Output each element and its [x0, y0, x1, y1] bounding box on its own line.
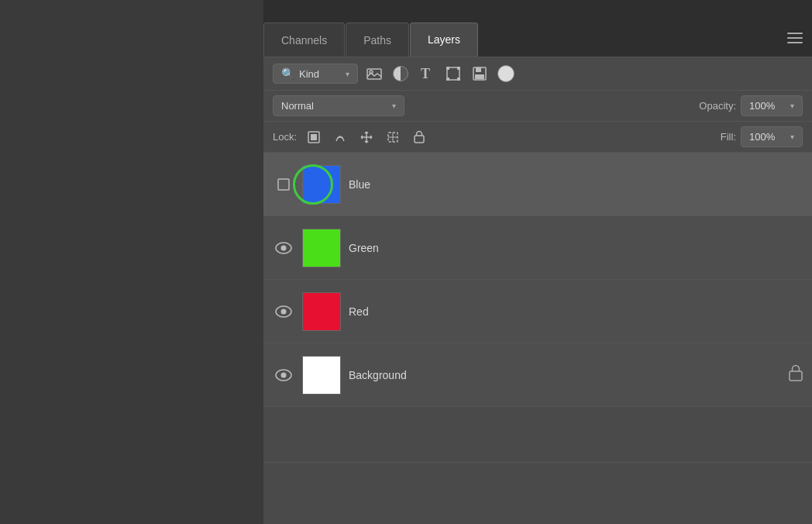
- kind-dropdown[interactable]: 🔍 Kind ▾: [273, 64, 358, 84]
- opacity-label: Opacity:: [699, 100, 736, 112]
- svg-point-20: [281, 245, 287, 250]
- svg-rect-17: [415, 136, 424, 143]
- tab-paths[interactable]: Paths: [346, 22, 409, 57]
- svg-rect-8: [457, 67, 460, 70]
- lock-lock-icon[interactable]: [410, 128, 428, 147]
- lock-label: Lock:: [273, 131, 297, 143]
- opacity-dropdown[interactable]: 100% ▾: [741, 95, 803, 116]
- svg-rect-9: [446, 78, 449, 81]
- lock-paint-icon[interactable]: [331, 128, 349, 147]
- svg-point-24: [281, 372, 287, 377]
- layer-thumb-red: [302, 292, 341, 331]
- opacity-value: 100%: [749, 100, 775, 112]
- visibility-icon-red[interactable]: [273, 301, 294, 322]
- layer-thumb-blue: [302, 165, 341, 204]
- layer-name-background: Background: [349, 369, 781, 381]
- fill-value: 100%: [749, 131, 775, 143]
- white-circle-icon[interactable]: [497, 65, 514, 82]
- blend-dropdown-arrow: ▾: [392, 102, 396, 110]
- right-panel: Channels Paths Layers 🔍 Kind ▾: [263, 0, 812, 524]
- svg-rect-13: [475, 74, 484, 79]
- blend-mode-value: Normal: [281, 100, 314, 112]
- lock-move-icon[interactable]: [357, 128, 376, 147]
- layers-list: Blue Green Red: [263, 153, 812, 462]
- svg-text:T: T: [421, 67, 430, 81]
- image-filter-icon[interactable]: [364, 64, 384, 84]
- search-icon: 🔍: [281, 67, 294, 80]
- type-icon[interactable]: T: [417, 64, 437, 84]
- svg-rect-15: [311, 134, 317, 140]
- fill-group: Fill: 100% ▾: [721, 126, 803, 147]
- fill-dropdown-arrow: ▾: [790, 133, 794, 141]
- layer-lock-icon: [789, 364, 803, 385]
- kind-dropdown-arrow: ▾: [346, 70, 349, 78]
- svg-rect-18: [278, 179, 289, 190]
- blend-mode-dropdown[interactable]: Normal ▾: [273, 95, 404, 116]
- transform-icon[interactable]: [443, 64, 463, 84]
- layer-item-blue[interactable]: Blue: [263, 153, 812, 216]
- svg-rect-2: [787, 42, 803, 43]
- svg-rect-1: [787, 37, 803, 39]
- lock-pixels-icon[interactable]: [304, 128, 323, 147]
- tab-bar: Channels Paths Layers: [263, 0, 812, 57]
- layer-thumb-background: [302, 356, 341, 395]
- svg-point-22: [281, 309, 287, 314]
- blend-opacity-row: Normal ▾ Opacity: 100% ▾: [263, 91, 812, 122]
- visibility-icon-background[interactable]: [273, 364, 294, 386]
- lock-fill-row: Lock:: [263, 122, 812, 153]
- svg-rect-12: [476, 67, 481, 72]
- layer-name-blue: Blue: [349, 178, 803, 191]
- opacity-group: Opacity: 100% ▾: [699, 95, 803, 116]
- layer-item-green[interactable]: Green: [263, 216, 812, 280]
- svg-rect-25: [790, 371, 802, 381]
- kind-toolbar-row: 🔍 Kind ▾ T: [263, 57, 812, 91]
- visibility-icon-green[interactable]: [273, 237, 294, 259]
- save-icon[interactable]: [470, 64, 490, 84]
- layer-name-green: Green: [349, 242, 803, 254]
- opacity-dropdown-arrow: ▾: [790, 102, 794, 110]
- svg-rect-0: [787, 33, 803, 34]
- layer-item-background[interactable]: Background: [263, 343, 812, 407]
- left-panel: [0, 0, 263, 524]
- panel-menu-button[interactable]: [784, 27, 806, 49]
- eye-placeholder: [273, 174, 294, 195]
- circle-half-icon[interactable]: [391, 64, 411, 84]
- layer-item-red[interactable]: Red: [263, 280, 812, 343]
- fill-dropdown[interactable]: 100% ▾: [741, 126, 803, 147]
- kind-label: Kind: [299, 68, 319, 80]
- bottom-area: [263, 462, 812, 524]
- fill-label: Fill:: [721, 131, 736, 143]
- svg-rect-7: [446, 67, 449, 70]
- tab-layers[interactable]: Layers: [410, 22, 478, 57]
- lock-artboard-icon[interactable]: [384, 128, 402, 147]
- layer-thumb-green: [302, 229, 341, 267]
- tab-channels[interactable]: Channels: [263, 22, 345, 57]
- svg-rect-10: [457, 78, 460, 81]
- layer-name-red: Red: [349, 305, 803, 318]
